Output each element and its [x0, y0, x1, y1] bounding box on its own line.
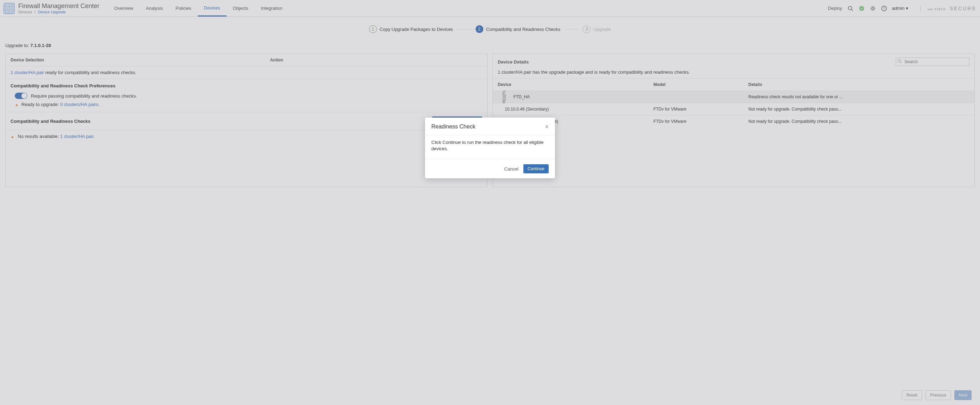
- readiness-check-modal: Readiness Check × Click Continue to run …: [425, 118, 555, 178]
- modal-backdrop: Readiness Check × Click Continue to run …: [0, 0, 980, 405]
- cancel-button[interactable]: Cancel: [504, 166, 518, 172]
- modal-title: Readiness Check: [431, 124, 475, 130]
- continue-button[interactable]: Continue: [523, 164, 549, 173]
- modal-body: Click Continue to run the readiness chec…: [425, 135, 555, 159]
- close-icon[interactable]: ×: [545, 123, 549, 130]
